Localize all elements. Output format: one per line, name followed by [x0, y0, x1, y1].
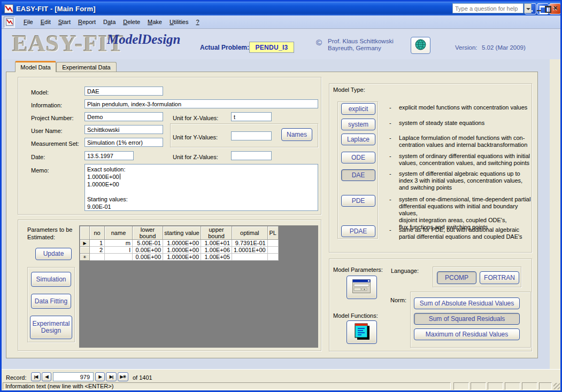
information-field[interactable]: Plain pendulum, index-3-formulation [84, 99, 318, 108]
mdi-child-icon[interactable] [4, 17, 15, 28]
version-label: Version: [455, 44, 478, 51]
bullet-dash: - [389, 104, 391, 111]
help-search-input[interactable] [453, 4, 523, 13]
simulation-button[interactable]: Simulation [31, 272, 71, 287]
new-record-marker[interactable]: ✳ [80, 254, 90, 261]
bullet-dash: - [389, 135, 391, 141]
bullet-dash: - [389, 196, 391, 202]
cell-no[interactable]: 1 [90, 240, 105, 247]
column-header-name: name [105, 226, 133, 240]
user-name-field[interactable]: Schittkowski [84, 125, 163, 134]
cell-no[interactable] [90, 254, 105, 261]
menu-report[interactable]: Report [74, 17, 99, 27]
cell-name[interactable] [105, 254, 133, 261]
model-functions-button[interactable] [347, 320, 377, 344]
cell-optimal[interactable]: 9.7391E-01 [232, 240, 268, 247]
cell-lower-bound[interactable]: 0.00E+00 [133, 254, 163, 261]
resize-grip[interactable] [553, 383, 560, 389]
cell-lower-bound[interactable]: 5.00E-01 [133, 240, 163, 247]
experimental-design-button[interactable]: Experimental Design [30, 316, 72, 339]
menu-make[interactable]: Make [144, 17, 166, 27]
cell-starting-value[interactable]: 1.0000E+00 [163, 247, 201, 254]
cell-pl[interactable] [267, 247, 278, 254]
menu-edit[interactable]: Edit [37, 17, 55, 27]
column-header-pl: PL [267, 226, 278, 240]
actual-problem-value[interactable]: PENDU_I3 [249, 42, 294, 53]
cell-upper-bound[interactable]: 1.00E+05 [201, 254, 232, 261]
status-panel [488, 382, 503, 390]
status-panel [505, 382, 520, 390]
language-fortran-button[interactable]: FORTRAN [480, 271, 519, 284]
cell-pl[interactable] [267, 254, 278, 261]
unit-x-field[interactable]: t [231, 112, 272, 121]
tab-model-data[interactable]: Model Data [15, 61, 56, 72]
tab-experimental-data[interactable]: Experimental Data [56, 62, 117, 72]
model-type-dae-button[interactable]: DAE [341, 169, 375, 181]
cell-starting-value[interactable]: 1.0000E+00 [163, 254, 201, 261]
date-label: Date: [31, 153, 45, 161]
norm-label: Norm: [390, 296, 406, 304]
record-new-icon[interactable]: ▶✳ [118, 372, 128, 381]
record-last-icon[interactable]: ▶| [106, 372, 117, 381]
table-row: ▶ 1 m 5.00E-01 1.0000E+00 1.00E+01 9.739… [80, 240, 279, 247]
cell-pl[interactable] [267, 240, 278, 247]
model-type-system-button[interactable]: system [341, 119, 375, 130]
mdi-close-icon[interactable] [552, 5, 560, 12]
memo-line: Starting values: [87, 195, 315, 203]
measurement-set-field[interactable]: Simulation (1% error) [84, 138, 163, 147]
menu-file[interactable]: File [20, 17, 37, 27]
model-parameters-button[interactable] [347, 276, 377, 299]
record-next-icon[interactable]: ▶ [95, 372, 105, 381]
cell-lower-bound[interactable]: 0.00E+00 [133, 247, 163, 254]
cell-no[interactable]: 2 [90, 247, 105, 254]
names-button[interactable]: Names [281, 128, 312, 141]
menu-help[interactable]: ? [192, 17, 203, 27]
globe-button[interactable] [411, 37, 430, 54]
model-type-pdae-button[interactable]: PDAE [341, 225, 375, 237]
update-button[interactable]: Update [35, 248, 72, 260]
easyfit-main-window: EASY-FIT - [Main Form] File Edit Start R… [0, 0, 562, 392]
menu-delete[interactable]: Delete [119, 17, 144, 27]
menu-utilities[interactable]: Utilities [166, 17, 192, 27]
record-previous-icon[interactable]: ◀ [42, 372, 51, 381]
mdi-restore-icon[interactable] [544, 5, 552, 12]
record-label: Record: [6, 374, 27, 381]
cell-upper-bound[interactable]: 1.00E+01 [201, 240, 232, 247]
unit-z-label: Unit for Z-Values: [173, 153, 218, 161]
column-header-optimal: optimal [232, 226, 268, 240]
record-first-icon[interactable]: |◀ [31, 372, 41, 381]
menu-data[interactable]: Data [99, 17, 119, 27]
model-type-explicit-button[interactable]: explicit [341, 103, 375, 115]
cell-upper-bound[interactable]: 1.00E+06 [201, 247, 232, 254]
help-dropdown-icon[interactable] [524, 3, 532, 13]
memo-field[interactable]: Exact solution: 1.0000E+00 1.0000E+00 St… [84, 164, 318, 211]
unit-y-field[interactable] [231, 131, 272, 140]
norm-sum-absolute-button[interactable]: Sum of Absolute Residual Values [414, 297, 520, 309]
mdi-minimize-icon[interactable] [536, 5, 544, 12]
record-marker[interactable] [80, 247, 90, 254]
model-field[interactable]: DAE [84, 87, 163, 96]
memo-line: 9.00E-01 [87, 203, 315, 210]
cell-name[interactable]: m [105, 240, 133, 247]
cell-optimal[interactable]: 1.0001E+00 [232, 247, 268, 254]
right-edge-strip [550, 59, 560, 369]
bullet-dash: - [389, 226, 391, 233]
record-number-field[interactable]: 979 [53, 372, 94, 381]
cell-optimal[interactable] [232, 254, 268, 261]
project-number-field[interactable]: Demo [84, 112, 163, 121]
model-type-pde-button[interactable]: PDE [341, 195, 375, 207]
data-fitting-button[interactable]: Data Fitting [31, 294, 71, 309]
norm-maximum-button[interactable]: Maximum of Residual Values [414, 328, 520, 340]
parameters-table[interactable]: no name lower bound starting value upper… [80, 226, 279, 261]
cell-starting-value[interactable]: 1.0000E+00 [163, 240, 201, 247]
current-record-marker[interactable]: ▶ [80, 240, 90, 247]
unit-z-field[interactable] [231, 151, 272, 160]
norm-sum-squared-button[interactable]: Sum of Squared Residuals [414, 313, 520, 325]
model-type-laplace-button[interactable]: Laplace [341, 134, 375, 145]
table-new-row: ✳ 0.00E+00 1.0000E+00 1.00E+05 [80, 254, 279, 261]
menu-start[interactable]: Start [55, 17, 74, 27]
model-type-ode-button[interactable]: ODE [341, 152, 375, 163]
language-pcomp-button[interactable]: PCOMP [437, 271, 476, 284]
cell-name[interactable]: l [105, 247, 133, 254]
date-field[interactable]: 13.5.1997 [84, 151, 134, 160]
